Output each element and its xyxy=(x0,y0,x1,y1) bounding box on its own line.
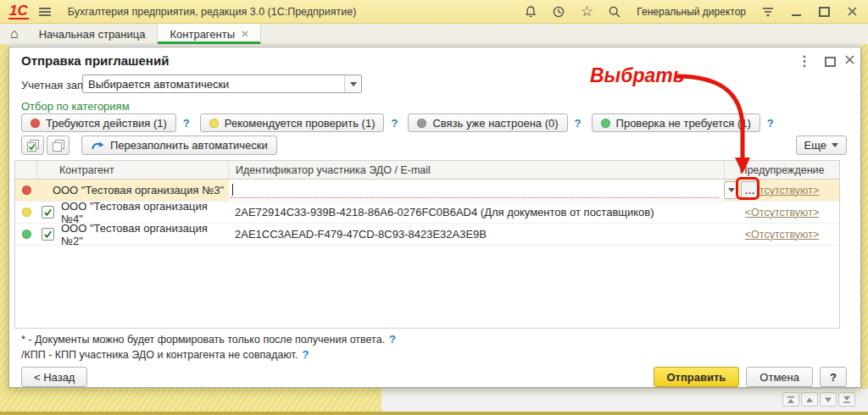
close-icon[interactable] xyxy=(844,4,860,19)
home-icon[interactable]: ⌂ xyxy=(0,24,27,44)
category-item: Требуются действия (1) ? xyxy=(21,113,190,132)
go-next-button[interactable] xyxy=(820,392,837,407)
warning-link[interactable]: <Отсутствуют> xyxy=(745,207,819,219)
dialog-maximize-icon[interactable] xyxy=(825,57,836,67)
dialog-close-icon[interactable] xyxy=(845,55,854,64)
tab-start-page[interactable]: Начальная страница xyxy=(27,24,158,44)
green-status-icon xyxy=(22,230,31,239)
filter-label: Связь уже настроена (0) xyxy=(432,117,558,130)
identifier-input[interactable] xyxy=(231,182,719,198)
help-icon[interactable]: ? xyxy=(391,117,398,130)
check-all-button[interactable] xyxy=(21,136,44,155)
modal-dim-bottom xyxy=(0,388,381,412)
identifier-edit-cell[interactable] xyxy=(229,180,725,201)
window-titlebar: 1С Бухгалтерия предприятия, редакция 3.0… xyxy=(0,0,868,24)
text-caret xyxy=(232,184,233,196)
counterparty-name: ООО "Тестовая организация №3" xyxy=(53,184,224,196)
tab-close-icon[interactable] xyxy=(242,30,248,37)
chevron-down-icon xyxy=(350,82,357,86)
red-status-icon xyxy=(22,185,31,195)
counterparties-table: Контрагент Идентификатор участника ЭДО /… xyxy=(14,160,840,329)
go-first-button[interactable] xyxy=(782,392,799,407)
favorites-star-icon[interactable]: ☆ xyxy=(579,4,594,19)
window-bottom-edge xyxy=(0,412,868,415)
counterparty-cell[interactable]: ООО "Тестовая организация №3" xyxy=(37,180,229,201)
dialog-menu-icon[interactable] xyxy=(803,55,806,68)
filter-label: Рекомендуется проверить (1) xyxy=(225,117,376,130)
notifications-bell-icon[interactable] xyxy=(523,4,538,19)
help-icon[interactable]: ? xyxy=(389,333,396,346)
cancel-button[interactable]: Отмена xyxy=(746,367,813,387)
row-checkbox[interactable] xyxy=(42,206,54,219)
warning-link[interactable]: <Отсутствуют> xyxy=(745,229,819,241)
identifier-column-header: Идентификатор участника ЭДО / E-mail xyxy=(229,161,725,179)
filter-label: Проверка не требуется (1) xyxy=(616,117,751,130)
minimize-icon[interactable] xyxy=(788,4,804,19)
help-icon[interactable]: ? xyxy=(575,117,581,130)
tab-bar: ⌂ Начальная страница Контрагенты xyxy=(0,24,868,45)
window-title: Бухгалтерия предприятия, редакция 3.0 (1… xyxy=(68,6,357,18)
counterparty-cell[interactable]: ООО "Тестовая организация №4" xyxy=(37,202,229,223)
send-button[interactable]: Отправить xyxy=(654,367,740,387)
filter-no-check-needed-button[interactable]: Проверка не требуется (1) xyxy=(592,113,760,132)
uncheck-all-button[interactable] xyxy=(47,136,70,155)
filter-check-recommended-button[interactable]: Рекомендуется проверить (1) xyxy=(200,113,385,132)
help-icon[interactable]: ? xyxy=(302,348,309,361)
help-icon[interactable]: ? xyxy=(183,117,190,130)
footnote-text: * - Документы можно будет формировать то… xyxy=(21,334,385,346)
dialog-actions: Отправить Отмена ? xyxy=(654,367,848,387)
account-value: Выбирается автоматически xyxy=(83,78,344,91)
row-status-cell xyxy=(15,180,37,201)
current-user[interactable]: Генеральный директор xyxy=(637,6,746,18)
account-select[interactable]: Выбирается автоматически xyxy=(82,75,362,93)
row-status-cell xyxy=(15,224,37,245)
identifier-choose-button[interactable]: ... xyxy=(741,181,760,199)
table-row[interactable]: ООО "Тестовая организация №4" 2AE72914C3… xyxy=(15,202,839,224)
service-settings-icon[interactable] xyxy=(760,4,776,19)
filter-actions-required-button[interactable]: Требуются действия (1) xyxy=(21,113,176,132)
refill-auto-button[interactable]: Перезаполнить автоматически xyxy=(81,136,277,155)
category-item: Рекомендуется проверить (1) ? xyxy=(200,113,398,132)
help-button[interactable]: ? xyxy=(820,367,847,387)
filter-already-configured-button[interactable]: Связь уже настроена (0) xyxy=(408,113,567,132)
dialog-title: Отправка приглашений xyxy=(21,53,169,68)
identifier-cell[interactable]: 2AE1CC3AEAD-F479-47CD-8C93-8423E32A3E9B xyxy=(229,224,725,245)
search-icon[interactable] xyxy=(607,4,622,19)
warning-cell: <Отсутствуют> xyxy=(725,224,839,245)
yellow-status-icon xyxy=(22,208,31,217)
go-prev-button[interactable] xyxy=(801,392,818,407)
footnote-text: /КПП - КПП участника ЭДО и контрагента н… xyxy=(21,349,298,361)
table-row[interactable]: ООО "Тестовая организация №2" 2AE1CC3AEA… xyxy=(15,224,839,246)
row-checkbox[interactable] xyxy=(42,228,54,241)
identifier-cell[interactable]: 2AE72914C33-939B-4218-86A6-0276FC0B6AD4 … xyxy=(229,202,725,223)
row-status-cell xyxy=(15,202,37,223)
chevron-down-icon xyxy=(728,188,735,192)
maximize-icon[interactable] xyxy=(816,4,832,19)
footnote: * - Документы можно будет формировать то… xyxy=(21,333,396,346)
1c-logo: 1С xyxy=(8,4,29,19)
status-column-header xyxy=(15,161,37,179)
modal-dim-left xyxy=(0,44,8,412)
table-row[interactable]: ООО "Тестовая организация №3" <Отсутству… xyxy=(15,180,839,202)
send-invitations-dialog: Отправка приглашений Учетная запись: Выб… xyxy=(8,47,861,388)
warning-column-header: Предупреждение xyxy=(725,161,839,179)
main-menu-icon[interactable] xyxy=(37,4,53,19)
account-dropdown-button[interactable] xyxy=(344,75,361,92)
history-icon[interactable] xyxy=(551,4,566,19)
counterparty-column-header: Контрагент xyxy=(37,161,229,179)
filter-label: Требуются действия (1) xyxy=(46,117,167,130)
warning-cell: <Отсутствуют> xyxy=(725,202,839,223)
footnote: /КПП - КПП участника ЭДО и контрагента н… xyxy=(21,348,309,361)
go-last-button[interactable] xyxy=(838,392,855,407)
help-icon[interactable]: ? xyxy=(767,117,774,130)
more-button[interactable]: Еще xyxy=(796,136,847,155)
gray-status-icon xyxy=(417,119,426,128)
identifier-dropdown-button[interactable] xyxy=(724,181,738,199)
refill-label: Перезаполнить автоматически xyxy=(110,139,268,152)
chevron-down-icon xyxy=(832,143,838,147)
yellow-status-icon xyxy=(209,119,219,128)
refresh-icon xyxy=(91,140,104,152)
tab-kontragenty[interactable]: Контрагенты xyxy=(157,24,261,44)
back-button[interactable]: < Назад xyxy=(21,367,87,387)
counterparty-cell[interactable]: ООО "Тестовая организация №2" xyxy=(37,224,229,245)
